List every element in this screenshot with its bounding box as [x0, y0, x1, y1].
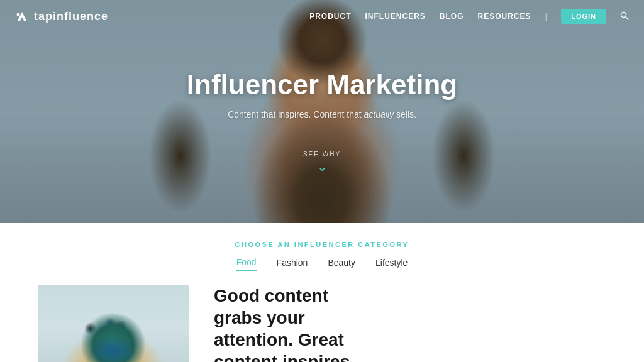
content-title: Good content grabs your attention. Great…: [214, 285, 606, 362]
nav-product[interactable]: PRODUCT: [309, 12, 351, 21]
search-icon[interactable]: [620, 11, 629, 22]
nav-divider: |: [545, 11, 548, 21]
tab-food[interactable]: Food: [236, 257, 257, 271]
hero-subtitle: Content that inspires. Content that actu…: [228, 109, 416, 119]
content-title-line2: grabs your: [214, 308, 305, 327]
content-section: Good content grabs your attention. Great…: [0, 271, 644, 362]
hero-subtitle-prefix: Content that inspires. Content that: [228, 109, 364, 119]
chevron-down-icon: ⌄: [317, 160, 328, 173]
login-button[interactable]: LOGIN: [561, 9, 606, 24]
hero-content: Influencer Marketing Content that inspir…: [0, 0, 644, 223]
logo-text: tapinfluence: [34, 10, 108, 23]
food-image: [38, 285, 189, 362]
svg-point-1: [17, 13, 20, 16]
nav-links: PRODUCT INFLUENCERS BLOG RESOURCES | LOG…: [309, 9, 629, 24]
tab-fashion[interactable]: Fashion: [277, 258, 308, 270]
category-label: CHOOSE AN INFLUENCER CATEGORY: [0, 241, 644, 248]
see-why-button[interactable]: SEE WHY ⌄: [303, 151, 341, 173]
category-tabs: Food Fashion Beauty Lifestyle: [0, 257, 644, 271]
hero-title: Influencer Marketing: [187, 69, 457, 101]
content-title-line1: Good content: [214, 286, 328, 305]
nav-influencers[interactable]: INFLUENCERS: [365, 12, 425, 21]
logo-icon: [15, 9, 29, 23]
content-title-line4: content inspires: [214, 352, 350, 362]
tab-beauty[interactable]: Beauty: [328, 258, 355, 270]
category-section: CHOOSE AN INFLUENCER CATEGORY Food Fashi…: [0, 223, 644, 271]
content-text: Good content grabs your attention. Great…: [214, 285, 606, 362]
content-title-line3: attention. Great: [214, 330, 344, 349]
navbar: tapinfluence PRODUCT INFLUENCERS BLOG RE…: [0, 0, 644, 33]
nav-blog[interactable]: BLOG: [440, 12, 464, 21]
hero-section: Influencer Marketing Content that inspir…: [0, 0, 644, 223]
hero-subtitle-suffix: sells.: [394, 109, 416, 119]
nav-resources[interactable]: RESOURCES: [478, 12, 531, 21]
svg-line-3: [626, 16, 629, 19]
logo[interactable]: tapinfluence: [15, 9, 108, 23]
hero-subtitle-italic: actually: [364, 109, 394, 119]
see-why-text: SEE WHY: [303, 151, 341, 158]
tab-lifestyle[interactable]: Lifestyle: [375, 258, 408, 270]
